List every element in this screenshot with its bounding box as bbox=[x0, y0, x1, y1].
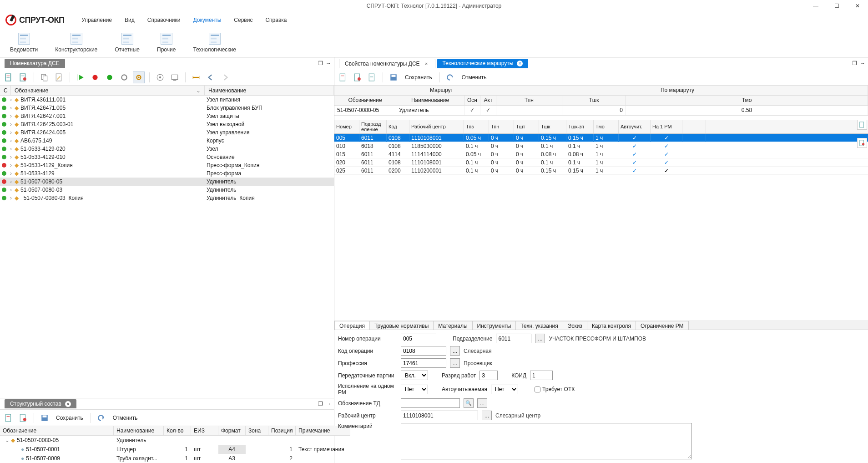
expand-icon[interactable]: › bbox=[8, 146, 14, 152]
operation-row[interactable]: 0206011010811101080010.1 ч0 ч0 ч0.1 ч0.1… bbox=[334, 158, 868, 167]
search-icon[interactable]: 🔍 bbox=[464, 398, 474, 408]
th-oboz[interactable]: Обозначение⌄ bbox=[11, 86, 205, 95]
detail-tab[interactable]: Инструменты bbox=[472, 321, 516, 330]
expand-icon[interactable]: › bbox=[8, 129, 14, 136]
tb-hollow-dot[interactable] bbox=[118, 71, 130, 83]
tree-row[interactable]: ›◆ВИТЯ.426471.005Блок управления БУП bbox=[0, 104, 334, 112]
koid-input[interactable] bbox=[530, 371, 553, 380]
tb-doc3[interactable] bbox=[366, 71, 378, 83]
panel-arrow-icon[interactable]: → bbox=[326, 60, 331, 66]
tb-doc1[interactable] bbox=[337, 71, 349, 83]
save-icon[interactable] bbox=[388, 71, 399, 83]
save-button[interactable]: Сохранить bbox=[402, 74, 435, 81]
cancel-button[interactable]: Отменить bbox=[110, 415, 141, 421]
tree-row[interactable]: ›◆ВИТЯ.426424.005Узел управления bbox=[0, 128, 334, 137]
detail-tab[interactable]: Техн. указания bbox=[515, 321, 563, 330]
menu-item[interactable]: Сервис bbox=[227, 12, 259, 28]
expand-icon[interactable]: › bbox=[8, 121, 14, 127]
lookup-button[interactable]: … bbox=[535, 334, 545, 343]
oper-num-input[interactable] bbox=[401, 334, 436, 343]
expand-icon[interactable]: › bbox=[8, 154, 14, 160]
ribbon-button[interactable]: Ведомости bbox=[5, 28, 42, 57]
tb-gear[interactable] bbox=[133, 71, 145, 83]
auto-select[interactable]: Нет bbox=[491, 385, 518, 394]
pered-select[interactable]: Вкл. bbox=[401, 371, 428, 380]
lookup-button[interactable]: … bbox=[450, 358, 460, 368]
structure-row[interactable]: ⌄◆51-0507-0080-05Удлинитель bbox=[0, 436, 350, 445]
tab-structure[interactable]: Структурный состав × bbox=[5, 399, 76, 408]
lookup-button[interactable]: … bbox=[477, 398, 487, 408]
operation-row[interactable]: 0056011010811101080010.05 ч0 ч0 ч0.15 ч0… bbox=[334, 134, 868, 142]
window-close[interactable]: ✕ bbox=[847, 0, 868, 12]
tree-row[interactable]: ›◆_51-0507-0080-03_КопияУдлинитель_Копия bbox=[0, 194, 334, 202]
expand-icon[interactable]: › bbox=[8, 170, 14, 177]
razr-input[interactable] bbox=[479, 371, 498, 380]
expand-icon[interactable]: › bbox=[8, 97, 14, 103]
tree-row[interactable]: ›◆ВИТЯ.436111.001Узел питания bbox=[0, 96, 334, 104]
lookup-button[interactable]: … bbox=[450, 346, 460, 356]
expand-icon[interactable]: › bbox=[8, 195, 14, 201]
tb-screen[interactable] bbox=[169, 71, 181, 83]
operation-row[interactable]: 0106018010811850300000.1 ч0 ч0 ч0.1 ч0.1… bbox=[334, 142, 868, 150]
expand-icon[interactable]: › bbox=[8, 178, 14, 185]
cancel-button[interactable]: Отменить bbox=[459, 74, 490, 81]
detail-tab[interactable]: Материалы bbox=[433, 321, 472, 330]
detail-tab[interactable]: Трудовые нормативы bbox=[369, 321, 434, 330]
panel-tab[interactable]: Технологические маршруты× bbox=[437, 59, 529, 68]
tree-row[interactable]: ›◆51-0533-4129_КопияПресс-форма_Копия bbox=[0, 161, 334, 169]
tree-row[interactable]: ›◆51-0507-0080-03Удлинитель bbox=[0, 186, 334, 194]
prof-input[interactable] bbox=[401, 358, 446, 368]
panel-tab[interactable]: Свойства номенклатуры ДСЕ× bbox=[339, 59, 435, 68]
rc-input[interactable] bbox=[401, 411, 478, 420]
tb-red-dot[interactable] bbox=[89, 71, 101, 83]
tb-doc2[interactable] bbox=[17, 412, 29, 424]
tab-nomenclature[interactable]: Номенклатура ДСЕ bbox=[5, 59, 65, 68]
tb-play[interactable] bbox=[75, 71, 86, 83]
expand-icon[interactable]: › bbox=[8, 137, 14, 144]
lookup-button[interactable]: … bbox=[482, 411, 492, 420]
tb-green-dot[interactable] bbox=[104, 71, 116, 83]
otk-checkbox[interactable]: Требует ОТК bbox=[535, 386, 575, 392]
panel-restore-icon[interactable]: ❐ bbox=[318, 401, 323, 407]
th-naim[interactable]: Наименование bbox=[205, 86, 334, 95]
menu-item[interactable]: Вид bbox=[118, 12, 141, 28]
structure-row[interactable]: ●51-0507-0001Штуцер1штA41Текст примечани… bbox=[0, 445, 350, 454]
tree-row[interactable]: ›◆АВ6.675.149Корпус bbox=[0, 137, 334, 145]
ops-side-add[interactable] bbox=[857, 120, 867, 130]
tb-doc2[interactable] bbox=[17, 71, 29, 83]
tree-row[interactable]: ›◆51-0533-4129Пресс-форма bbox=[0, 169, 334, 178]
expand-icon[interactable]: › bbox=[8, 105, 14, 111]
th-status[interactable]: С bbox=[0, 86, 11, 95]
tree-row[interactable]: ›◆51-0507-0080-05Удлинитель bbox=[0, 178, 334, 186]
ribbon-button[interactable]: Технологические bbox=[188, 28, 241, 57]
menu-item[interactable]: Справочники bbox=[141, 12, 187, 28]
tb-doc2[interactable] bbox=[352, 71, 363, 83]
ribbon-button[interactable]: Отчетные bbox=[110, 28, 144, 57]
close-icon[interactable]: × bbox=[65, 401, 71, 407]
expand-icon[interactable]: › bbox=[8, 187, 14, 193]
tb-target[interactable] bbox=[154, 71, 166, 83]
menu-item[interactable]: Справка bbox=[259, 12, 293, 28]
undo-icon[interactable] bbox=[96, 412, 107, 424]
window-maximize[interactable]: ☐ bbox=[826, 0, 847, 12]
panel-restore-icon[interactable]: ❐ bbox=[852, 60, 857, 66]
comment-textarea[interactable] bbox=[401, 423, 692, 459]
td-input[interactable] bbox=[401, 398, 460, 408]
detail-tab[interactable]: Эскиз bbox=[563, 321, 587, 330]
tree-body[interactable]: ›◆ВИТЯ.436111.001Узел питания›◆ВИТЯ.4264… bbox=[0, 96, 334, 398]
podr-input[interactable] bbox=[496, 334, 531, 343]
save-button[interactable]: Сохранить bbox=[53, 415, 86, 421]
close-icon[interactable]: × bbox=[517, 61, 523, 66]
tree-row[interactable]: ›◆51-0533-4129-010Основание bbox=[0, 153, 334, 161]
isp-select[interactable]: Нет bbox=[401, 385, 428, 394]
tb-copy[interactable] bbox=[39, 71, 50, 83]
expand-icon[interactable]: › bbox=[8, 162, 14, 168]
panel-arrow-icon[interactable]: → bbox=[326, 401, 331, 407]
menu-item[interactable]: Документы bbox=[187, 12, 227, 28]
tb-doc1[interactable] bbox=[3, 412, 15, 424]
detail-tab[interactable]: Карта контроля bbox=[587, 321, 636, 330]
kod-input[interactable] bbox=[401, 346, 446, 356]
operation-row[interactable]: 0156011411411141140000.05 ч0 ч0 ч0.08 ч0… bbox=[334, 150, 868, 158]
close-icon[interactable]: × bbox=[424, 61, 429, 66]
detail-tab[interactable]: Ограничение РМ bbox=[636, 321, 689, 330]
